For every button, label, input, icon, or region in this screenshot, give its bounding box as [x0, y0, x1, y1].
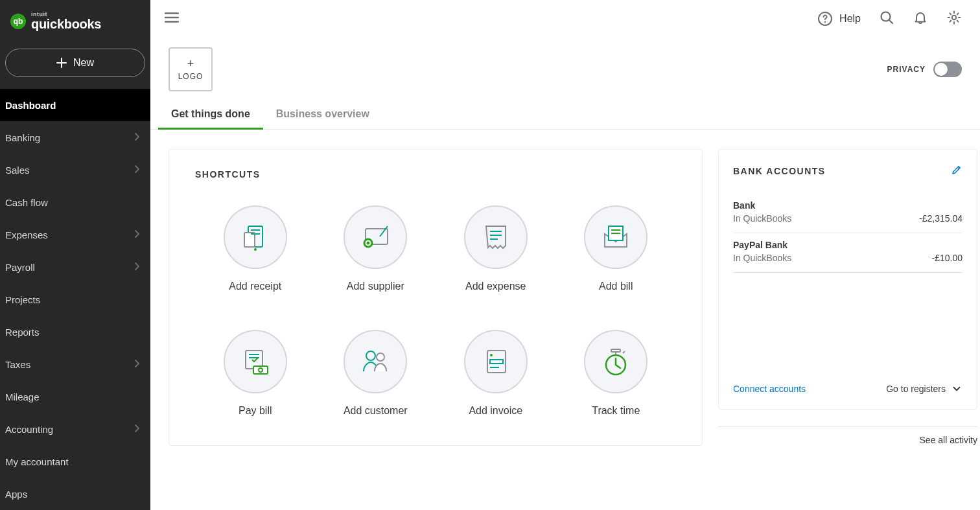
registers-label: Go to registers	[886, 384, 946, 394]
help-circle-icon	[817, 11, 833, 27]
sidebar-item-label: Apps	[5, 489, 27, 500]
sidebar-item-label: Sales	[5, 165, 30, 176]
chevron-right-icon	[134, 132, 140, 143]
customer-icon	[344, 330, 407, 393]
bank-in-quickbooks-label: In QuickBooks	[733, 213, 791, 224]
svg-point-1	[824, 21, 826, 22]
bank-accounts-title: BANK ACCOUNTS	[733, 166, 826, 176]
connect-accounts-link[interactable]: Connect accounts	[733, 384, 806, 394]
bank-list: BankIn QuickBooks-£2,315.04PayPal BankIn…	[733, 194, 962, 273]
sidebar-item-projects[interactable]: Projects	[0, 283, 150, 316]
chevron-right-icon	[134, 262, 140, 273]
toggle-knob	[935, 63, 948, 76]
bank-in-quickbooks-label: In QuickBooks	[733, 253, 791, 263]
chevron-right-icon	[134, 359, 140, 370]
shortcut-label: Add bill	[599, 281, 633, 292]
sidebar-item-label: Dashboard	[5, 100, 56, 111]
bank-account-item[interactable]: PayPal BankIn QuickBooks-£10.00	[733, 233, 962, 273]
plus-icon: +	[187, 58, 194, 69]
bank-accounts-card: BANK ACCOUNTS BankIn QuickBooks-£2,315.0…	[718, 149, 977, 410]
receipt-icon	[224, 205, 287, 269]
main: Help + LOGO PRIVACY	[150, 0, 980, 510]
topbar: Help	[150, 0, 980, 37]
privacy-group: PRIVACY	[887, 62, 962, 77]
shortcuts-grid: Add receiptAdd supplierAdd expenseAdd bi…	[195, 205, 676, 417]
sidebar-item-my-accountant[interactable]: My accountant	[0, 445, 150, 478]
shortcut-track-time[interactable]: Track time	[556, 330, 677, 417]
shortcut-label: Pay bill	[239, 405, 272, 417]
shortcut-add-bill[interactable]: Add bill	[556, 205, 677, 292]
notifications-button[interactable]	[913, 10, 928, 28]
shortcuts-title: SHORTCUTS	[195, 169, 676, 180]
new-button[interactable]: New	[5, 49, 145, 77]
sidebar-item-label: Mileage	[5, 391, 40, 402]
chevron-right-icon	[134, 424, 140, 435]
sidebar-item-label: Cash flow	[5, 197, 48, 208]
sidebar-item-label: Reports	[5, 327, 40, 338]
edit-bank-accounts-button[interactable]	[951, 164, 962, 178]
privacy-label: PRIVACY	[887, 65, 926, 74]
sidebar-item-apps[interactable]: Apps	[0, 478, 150, 510]
sidebar-item-payroll[interactable]: Payroll	[0, 251, 150, 283]
invoice-icon	[464, 330, 528, 393]
sidebar-item-taxes[interactable]: Taxes	[0, 348, 150, 380]
sidebar-item-label: Expenses	[5, 229, 48, 240]
tab-business-overview[interactable]: Business overview	[276, 108, 369, 129]
hamburger-button[interactable]	[163, 9, 180, 29]
track-time-icon	[584, 330, 648, 393]
sidebar-item-accounting[interactable]: Accounting	[0, 413, 150, 445]
logo-box-label: LOGO	[178, 72, 204, 81]
sidebar-item-label: Projects	[5, 294, 40, 305]
sidebar-item-sales[interactable]: Sales	[0, 154, 150, 186]
shortcut-add-supplier[interactable]: Add supplier	[316, 205, 436, 292]
privacy-toggle[interactable]	[933, 62, 962, 77]
shortcut-pay-bill[interactable]: Pay bill	[195, 330, 316, 417]
bill-icon	[584, 205, 648, 269]
search-icon	[879, 10, 894, 25]
go-to-registers-button[interactable]: Go to registers	[886, 383, 962, 395]
bank-account-item[interactable]: BankIn QuickBooks-£2,315.04	[733, 194, 962, 233]
chevron-right-icon	[134, 165, 140, 176]
search-button[interactable]	[879, 10, 894, 28]
sidebar-item-banking[interactable]: Banking	[0, 121, 150, 154]
tab-get-things-done[interactable]: Get things done	[171, 108, 250, 129]
help-button[interactable]: Help	[817, 11, 861, 27]
sidebar-item-dashboard[interactable]: Dashboard	[0, 89, 150, 121]
content-row: SHORTCUTS Add receiptAdd supplierAdd exp…	[150, 130, 980, 446]
bank-account-balance: -£10.00	[932, 253, 962, 263]
chevron-down-icon	[951, 383, 962, 395]
sidebar-item-expenses[interactable]: Expenses	[0, 218, 150, 251]
shortcut-add-expense[interactable]: Add expense	[436, 205, 556, 292]
bell-icon	[913, 10, 928, 25]
sidebar-item-reports[interactable]: Reports	[0, 316, 150, 348]
add-logo-button[interactable]: + LOGO	[169, 47, 213, 91]
shortcut-add-receipt[interactable]: Add receipt	[195, 205, 316, 292]
expense-icon	[464, 205, 528, 269]
tabs: Get things doneBusiness overview	[150, 91, 980, 130]
sidebar-item-label: My accountant	[5, 456, 69, 467]
logo-row: + LOGO PRIVACY	[150, 37, 980, 91]
brand-name: quickbooks	[31, 17, 101, 30]
sidebar: qb intuit quickbooks New DashboardBankin…	[0, 0, 150, 510]
brand: qb intuit quickbooks	[0, 0, 150, 30]
hamburger-icon	[163, 9, 180, 26]
sidebar-item-mileage[interactable]: Mileage	[0, 380, 150, 413]
sidebar-item-label: Banking	[5, 132, 40, 143]
sidebar-item-cash-flow[interactable]: Cash flow	[0, 186, 150, 218]
bank-account-name: PayPal Bank	[733, 240, 962, 250]
see-all-activity-link[interactable]: See all activity	[718, 426, 977, 445]
shortcut-label: Add expense	[465, 281, 526, 292]
settings-button[interactable]	[946, 10, 962, 28]
pencil-icon	[951, 164, 962, 176]
new-button-label: New	[73, 57, 94, 69]
shortcut-add-customer[interactable]: Add customer	[316, 330, 436, 417]
shortcut-label: Add supplier	[347, 281, 404, 292]
shortcut-add-invoice[interactable]: Add invoice	[436, 330, 556, 417]
brand-logo-icon: qb	[10, 14, 26, 29]
sidebar-item-label: Payroll	[5, 262, 35, 273]
sidebar-item-label: Accounting	[5, 424, 53, 435]
nav: DashboardBankingSalesCash flowExpensesPa…	[0, 89, 150, 510]
sidebar-item-label: Taxes	[5, 359, 30, 370]
help-label: Help	[839, 13, 861, 25]
supplier-icon	[344, 205, 407, 269]
